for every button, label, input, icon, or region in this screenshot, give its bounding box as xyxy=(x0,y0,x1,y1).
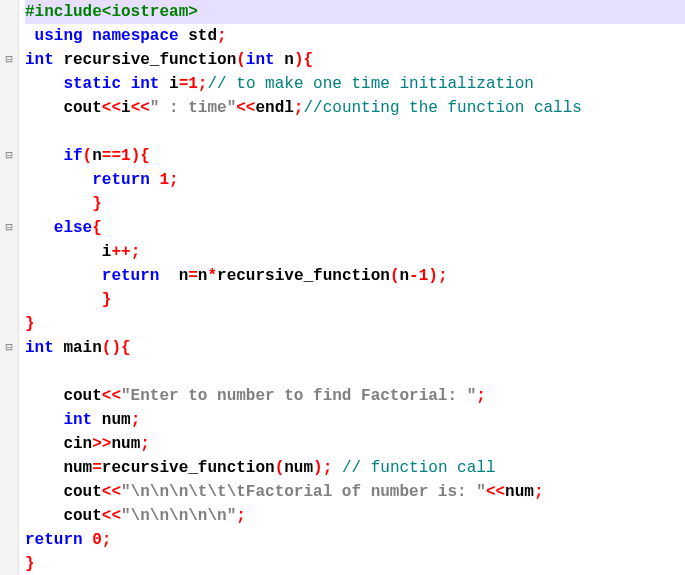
token-plain: cout xyxy=(25,507,102,525)
token-kw: int xyxy=(25,51,54,69)
code-line: } xyxy=(25,192,685,216)
code-line: } xyxy=(25,288,685,312)
token-plain: n xyxy=(400,267,410,285)
gutter-cell xyxy=(0,288,18,312)
code-line: int num; xyxy=(25,408,685,432)
gutter-cell xyxy=(0,528,18,552)
token-op: ); xyxy=(313,459,332,477)
token-op: == xyxy=(102,147,121,165)
token-kw: return xyxy=(102,267,160,285)
token-plain: n xyxy=(92,147,102,165)
token-plain: num xyxy=(25,459,92,477)
token-plain xyxy=(25,147,63,165)
token-op: (){ xyxy=(102,339,131,357)
token-plain xyxy=(25,75,63,93)
code-line: using namespace std; xyxy=(25,24,685,48)
token-op: ( xyxy=(275,459,285,477)
code-line: return n=n*recursive_function(n-1); xyxy=(25,264,685,288)
fold-toggle-icon[interactable]: ⊟ xyxy=(0,48,18,72)
token-num: 0 xyxy=(92,531,102,549)
token-op: } xyxy=(102,291,112,309)
code-line: return 0; xyxy=(25,528,685,552)
code-line: } xyxy=(25,552,685,575)
token-plain xyxy=(25,171,92,189)
token-plain: endl xyxy=(255,99,293,117)
token-plain: n xyxy=(275,51,294,69)
code-area: #include<iostream> using namespace std;i… xyxy=(19,0,685,575)
token-op: ; xyxy=(102,531,112,549)
token-op: << xyxy=(131,99,150,117)
code-line xyxy=(25,360,685,384)
token-plain xyxy=(83,27,93,45)
token-plain: n xyxy=(159,267,188,285)
token-plain: cout xyxy=(25,99,102,117)
token-plain: std xyxy=(179,27,217,45)
code-line: } xyxy=(25,312,685,336)
fold-toggle-icon[interactable]: ⊟ xyxy=(0,216,18,240)
token-plain xyxy=(332,459,342,477)
token-plain xyxy=(25,195,92,213)
code-line: num=recursive_function(num); // function… xyxy=(25,456,685,480)
token-plain: cin xyxy=(25,435,92,453)
token-op: - xyxy=(409,267,419,285)
token-op: { xyxy=(92,219,102,237)
token-plain: i xyxy=(25,243,111,261)
token-num: 1 xyxy=(188,75,198,93)
code-line: static int i=1;// to make one time initi… xyxy=(25,72,685,96)
token-kw: namespace xyxy=(92,27,178,45)
fold-toggle-icon[interactable]: ⊟ xyxy=(0,144,18,168)
token-op: << xyxy=(102,99,121,117)
code-line: if(n==1){ xyxy=(25,144,685,168)
gutter-cell xyxy=(0,552,18,575)
gutter-cell xyxy=(0,264,18,288)
token-op: >> xyxy=(92,435,111,453)
code-editor: ⊟⊟⊟⊟ #include<iostream> using namespace … xyxy=(0,0,685,575)
token-op: = xyxy=(188,267,198,285)
token-op: ; xyxy=(217,27,227,45)
gutter-cell xyxy=(0,504,18,528)
token-plain: recursive_function xyxy=(102,459,275,477)
code-line: cout<<"Enter to number to find Factorial… xyxy=(25,384,685,408)
code-line: cin>>num; xyxy=(25,432,685,456)
gutter-cell xyxy=(0,72,18,96)
gutter-cell xyxy=(0,408,18,432)
token-plain: i xyxy=(159,75,178,93)
code-line: else{ xyxy=(25,216,685,240)
token-kw: using xyxy=(25,27,83,45)
code-line: #include<iostream> xyxy=(25,0,685,24)
token-kw: if xyxy=(63,147,82,165)
token-op: ; xyxy=(140,435,150,453)
token-op: << xyxy=(486,483,505,501)
token-kw: static xyxy=(63,75,121,93)
token-kw: int xyxy=(63,411,92,429)
gutter-cell xyxy=(0,384,18,408)
token-str: " : time" xyxy=(150,99,236,117)
token-cmt: // function call xyxy=(342,459,496,477)
token-op: ){ xyxy=(131,147,150,165)
token-op: << xyxy=(102,483,121,501)
token-op: ; xyxy=(534,483,544,501)
token-plain: num xyxy=(505,483,534,501)
token-op: ; xyxy=(476,387,486,405)
token-cmt: // to make one time initialization xyxy=(207,75,533,93)
token-op: } xyxy=(92,195,102,213)
token-op: } xyxy=(25,555,35,573)
code-line xyxy=(25,120,685,144)
gutter-cell xyxy=(0,96,18,120)
fold-toggle-icon[interactable]: ⊟ xyxy=(0,336,18,360)
token-plain: num xyxy=(92,411,130,429)
token-op: ; xyxy=(169,171,179,189)
token-plain xyxy=(25,363,35,381)
gutter-cell xyxy=(0,240,18,264)
token-op: = xyxy=(179,75,189,93)
gutter-cell xyxy=(0,456,18,480)
token-op: ( xyxy=(83,147,93,165)
token-op: ); xyxy=(428,267,447,285)
token-op: << xyxy=(102,507,121,525)
token-num: 1 xyxy=(419,267,429,285)
token-op: = xyxy=(92,459,102,477)
gutter-cell xyxy=(0,480,18,504)
token-op: ++; xyxy=(111,243,140,261)
token-op: } xyxy=(25,315,35,333)
token-plain: recursive_function xyxy=(54,51,236,69)
